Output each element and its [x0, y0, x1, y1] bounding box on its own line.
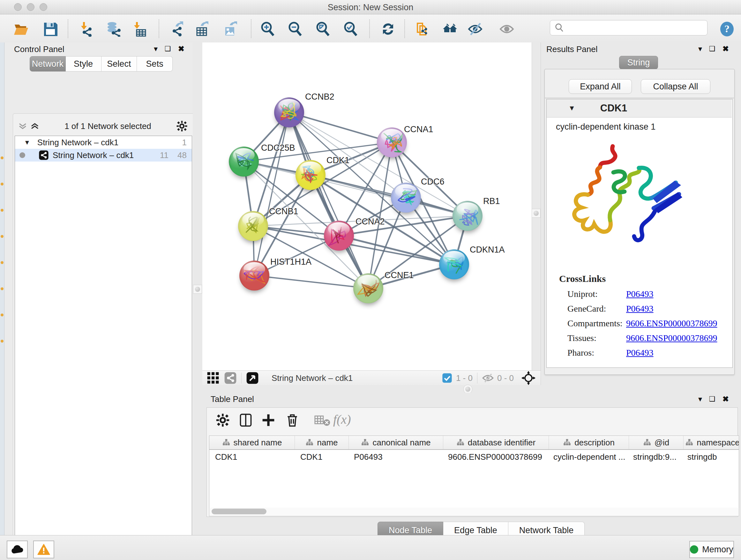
- panel-float-icon[interactable]: ❑: [165, 45, 171, 52]
- panel-float-icon[interactable]: ❑: [709, 395, 716, 402]
- table-cell[interactable]: P06493: [348, 450, 442, 464]
- refresh-layout-icon[interactable]: [381, 21, 396, 37]
- network-options-gear-icon[interactable]: [176, 120, 188, 132]
- table-cell[interactable]: cyclin-dependent ...: [548, 450, 627, 464]
- zoom-out-icon[interactable]: [287, 21, 303, 37]
- column-header-id[interactable]: @id: [629, 436, 684, 449]
- memory-button[interactable]: Memory: [689, 541, 734, 558]
- table-cell[interactable]: 9606.ENSP00000378699: [442, 450, 548, 464]
- node-CDC6[interactable]: [391, 183, 421, 212]
- import-network-icon[interactable]: [78, 21, 94, 37]
- node-CCNA2[interactable]: [324, 221, 354, 251]
- column-header-canonicalname[interactable]: canonical name: [349, 436, 443, 449]
- hide-selected-icon[interactable]: [468, 21, 483, 37]
- results-tab-string[interactable]: String: [619, 56, 658, 69]
- node-CCNA1[interactable]: [377, 127, 407, 158]
- grid-view-icon[interactable]: [207, 372, 219, 384]
- network-collection-row[interactable]: ▼ String Network – cdk1 1: [15, 136, 192, 149]
- zoom-selected-icon[interactable]: [343, 21, 358, 37]
- table-horizontal-scrollbar[interactable]: [209, 508, 739, 516]
- node-CCNE1[interactable]: [353, 273, 383, 303]
- node-CCNB2[interactable]: [274, 98, 304, 127]
- network-canvas[interactable]: CCNB2CCNA1CDC25BCDK1CDC6RB1CCNB1CCNA2CDK…: [202, 43, 532, 370]
- expand-all-button[interactable]: Expand All: [569, 79, 632, 94]
- edge-CCNE1-HIST1H1A[interactable]: [254, 275, 368, 288]
- export-table-icon[interactable]: [194, 21, 210, 37]
- panel-float-icon[interactable]: ❑: [709, 45, 716, 52]
- warnings-button[interactable]: [33, 541, 54, 558]
- show-all-icon[interactable]: [499, 21, 515, 37]
- tab-sets[interactable]: Sets: [137, 56, 173, 71]
- cloud-button[interactable]: [7, 541, 28, 558]
- clone-network-icon[interactable]: [415, 21, 431, 37]
- node-CDC25B[interactable]: [229, 146, 259, 177]
- crosslink-link[interactable]: 9606.ENSP00000378699: [626, 333, 717, 343]
- left-splitter-handle[interactable]: [193, 285, 202, 294]
- network-view-icon[interactable]: [224, 372, 237, 384]
- table-cell[interactable]: CDK1: [209, 450, 294, 464]
- crosslink-link[interactable]: P06493: [626, 304, 654, 314]
- help-icon[interactable]: ?: [719, 21, 735, 37]
- node-CCNB1[interactable]: [238, 211, 268, 241]
- column-header-sharedname[interactable]: shared name: [209, 436, 295, 449]
- column-header-name[interactable]: name: [295, 436, 349, 449]
- node-table[interactable]: shared namenamecanonical namedatabase id…: [209, 435, 739, 508]
- detach-view-icon[interactable]: [246, 372, 259, 384]
- home-network-icon[interactable]: [442, 21, 458, 37]
- open-session-icon[interactable]: [13, 21, 29, 37]
- column-header-namespace[interactable]: namespace: [684, 436, 739, 449]
- panel-close-icon[interactable]: ✖: [178, 45, 185, 53]
- table-row[interactable]: CDK1CDK1P064939606.ENSP00000378699cyclin…: [209, 450, 739, 464]
- node-RB1[interactable]: [453, 201, 482, 231]
- collapse-all-networks-icon[interactable]: [30, 121, 40, 131]
- panel-menu-icon[interactable]: ▾: [698, 45, 702, 53]
- node-label-CDC25B: CDC25B: [261, 143, 295, 153]
- zoom-in-icon[interactable]: [260, 21, 275, 37]
- table-panel-title: Table Panel: [211, 394, 254, 404]
- scrollbar-thumb[interactable]: [212, 509, 266, 514]
- node-CDK1[interactable]: [295, 160, 326, 190]
- table-cell[interactable]: CDK1: [294, 450, 348, 464]
- crosslink-link[interactable]: P06493: [626, 289, 654, 299]
- table-cell[interactable]: stringdb:9...: [627, 450, 682, 464]
- export-image-icon[interactable]: [223, 21, 238, 37]
- crosslink-link[interactable]: 9606.ENSP00000378699: [626, 318, 717, 328]
- tab-select[interactable]: Select: [102, 56, 137, 71]
- search-field[interactable]: [550, 20, 708, 36]
- collapse-all-button[interactable]: Collapse All: [641, 79, 711, 94]
- expand-all-networks-icon[interactable]: [18, 121, 27, 131]
- edge-CCNB2-HIST1H1A[interactable]: [254, 112, 289, 275]
- gene-header-row[interactable]: ▼ CDK1: [547, 99, 732, 118]
- search-input[interactable]: [567, 23, 707, 33]
- import-table-icon[interactable]: [131, 21, 147, 37]
- collection-expand-icon[interactable]: ▼: [24, 139, 30, 146]
- node-HIST1H1A[interactable]: [239, 260, 269, 291]
- panel-menu-icon[interactable]: ▾: [698, 395, 702, 403]
- show-columns-icon[interactable]: [239, 412, 253, 428]
- node-CDKN1A[interactable]: [439, 249, 469, 279]
- panel-close-icon[interactable]: ✖: [723, 45, 729, 53]
- import-network-from-database-icon[interactable]: [106, 21, 121, 37]
- zoom-fit-icon[interactable]: [315, 21, 331, 37]
- left-splitter[interactable]: [193, 43, 203, 385]
- tab-style[interactable]: Style: [66, 56, 102, 71]
- right-splitter-handle[interactable]: [532, 209, 541, 218]
- delete-column-icon[interactable]: [285, 412, 299, 428]
- panel-menu-icon[interactable]: ▾: [154, 45, 158, 53]
- gene-collapse-icon[interactable]: ▼: [568, 104, 576, 112]
- crosslink-link[interactable]: P06493: [626, 348, 654, 358]
- panel-close-icon[interactable]: ✖: [723, 395, 729, 403]
- column-header-description[interactable]: description: [549, 436, 629, 449]
- horizontal-splitter-handle[interactable]: [463, 385, 472, 394]
- save-session-icon[interactable]: [43, 21, 58, 37]
- birdseye-pan-icon[interactable]: [522, 371, 536, 385]
- add-column-icon[interactable]: [261, 412, 275, 428]
- network-row[interactable]: String Network – cdk1 11 48: [15, 149, 192, 162]
- column-header-databaseidentifier[interactable]: database identifier: [443, 436, 549, 449]
- table-options-gear-icon[interactable]: [216, 412, 230, 428]
- edge-CCNB2-CCNA1[interactable]: [289, 112, 392, 142]
- export-network-icon[interactable]: [170, 21, 185, 37]
- table-cell[interactable]: stringdb: [682, 450, 739, 464]
- selected-checkbox-icon[interactable]: [442, 373, 452, 383]
- tab-network[interactable]: Network: [30, 56, 66, 71]
